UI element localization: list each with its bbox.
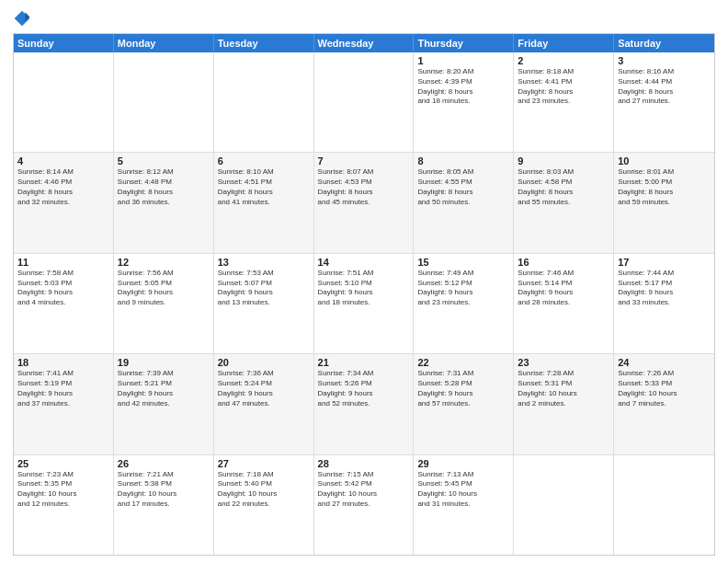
cell-info: Sunrise: 8:05 AM Sunset: 4:55 PM Dayligh… — [417, 167, 509, 207]
calendar-cell: 25Sunrise: 7:23 AM Sunset: 5:35 PM Dayli… — [14, 455, 114, 555]
page: SundayMondayTuesdayWednesdayThursdayFrid… — [0, 0, 728, 563]
cell-info: Sunrise: 7:23 AM Sunset: 5:35 PM Dayligh… — [17, 470, 109, 510]
day-number: 18 — [17, 357, 109, 368]
logo-icon — [13, 9, 31, 28]
day-number: 2 — [518, 55, 609, 66]
day-number: 11 — [17, 257, 109, 268]
day-number: 14 — [318, 257, 410, 268]
calendar-cell: 28Sunrise: 7:15 AM Sunset: 5:42 PM Dayli… — [314, 455, 415, 555]
day-number: 27 — [218, 458, 310, 469]
cell-info: Sunrise: 7:53 AM Sunset: 5:07 PM Dayligh… — [218, 269, 310, 308]
calendar-row-2: 4Sunrise: 8:14 AM Sunset: 4:46 PM Daylig… — [14, 153, 714, 253]
day-number: 19 — [118, 357, 210, 368]
calendar-cell: 4Sunrise: 8:14 AM Sunset: 4:46 PM Daylig… — [14, 153, 114, 252]
calendar-cell: 8Sunrise: 8:05 AM Sunset: 4:55 PM Daylig… — [414, 153, 514, 252]
cell-info: Sunrise: 7:26 AM Sunset: 5:33 PM Dayligh… — [618, 369, 711, 408]
day-number: 4 — [17, 155, 109, 167]
day-number: 16 — [518, 257, 609, 268]
day-number: 6 — [218, 155, 310, 167]
day-number: 17 — [618, 257, 711, 268]
calendar-cell — [514, 455, 614, 555]
header-cell-wednesday: Wednesday — [314, 34, 415, 52]
day-number: 7 — [318, 155, 410, 167]
cell-info: Sunrise: 7:15 AM Sunset: 5:42 PM Dayligh… — [318, 470, 410, 510]
cell-info: Sunrise: 8:18 AM Sunset: 4:41 PM Dayligh… — [518, 67, 609, 107]
day-number: 28 — [318, 458, 410, 469]
calendar-cell: 19Sunrise: 7:39 AM Sunset: 5:21 PM Dayli… — [114, 354, 214, 454]
logo — [13, 9, 33, 28]
cell-info: Sunrise: 7:13 AM Sunset: 5:45 PM Dayligh… — [417, 470, 509, 510]
calendar-cell — [614, 455, 714, 555]
calendar-cell: 10Sunrise: 8:01 AM Sunset: 5:00 PM Dayli… — [614, 153, 714, 252]
day-number: 8 — [417, 155, 509, 167]
day-number: 21 — [318, 357, 410, 368]
day-number: 23 — [518, 357, 609, 368]
calendar-cell — [214, 52, 314, 152]
calendar-cell: 16Sunrise: 7:46 AM Sunset: 5:14 PM Dayli… — [514, 254, 614, 353]
day-number: 12 — [118, 257, 210, 268]
day-number: 5 — [118, 155, 210, 167]
cell-info: Sunrise: 8:10 AM Sunset: 4:51 PM Dayligh… — [218, 167, 310, 207]
calendar-cell: 29Sunrise: 7:13 AM Sunset: 5:45 PM Dayli… — [414, 455, 514, 555]
header-cell-saturday: Saturday — [614, 34, 714, 52]
cell-info: Sunrise: 7:36 AM Sunset: 5:24 PM Dayligh… — [218, 369, 310, 408]
calendar-cell: 9Sunrise: 8:03 AM Sunset: 4:58 PM Daylig… — [514, 153, 614, 252]
day-number: 15 — [417, 257, 509, 268]
calendar-cell: 5Sunrise: 8:12 AM Sunset: 4:48 PM Daylig… — [114, 153, 214, 252]
calendar-cell: 13Sunrise: 7:53 AM Sunset: 5:07 PM Dayli… — [214, 254, 314, 353]
calendar-cell: 18Sunrise: 7:41 AM Sunset: 5:19 PM Dayli… — [14, 354, 114, 454]
calendar-cell: 11Sunrise: 7:58 AM Sunset: 5:03 PM Dayli… — [14, 254, 114, 353]
cell-info: Sunrise: 8:12 AM Sunset: 4:48 PM Dayligh… — [118, 167, 210, 207]
calendar-row-5: 25Sunrise: 7:23 AM Sunset: 5:35 PM Dayli… — [14, 455, 714, 555]
header-cell-sunday: Sunday — [14, 34, 114, 52]
day-number: 13 — [218, 257, 310, 268]
calendar-cell: 3Sunrise: 8:16 AM Sunset: 4:44 PM Daylig… — [614, 52, 714, 152]
calendar-cell: 15Sunrise: 7:49 AM Sunset: 5:12 PM Dayli… — [414, 254, 514, 353]
day-number: 24 — [618, 357, 711, 368]
cell-info: Sunrise: 7:49 AM Sunset: 5:12 PM Dayligh… — [417, 269, 509, 308]
cell-info: Sunrise: 7:56 AM Sunset: 5:05 PM Dayligh… — [118, 269, 210, 308]
day-number: 3 — [618, 55, 711, 66]
calendar-cell: 22Sunrise: 7:31 AM Sunset: 5:28 PM Dayli… — [414, 354, 514, 454]
day-number: 1 — [417, 55, 509, 66]
header-cell-tuesday: Tuesday — [214, 34, 314, 52]
cell-info: Sunrise: 7:51 AM Sunset: 5:10 PM Dayligh… — [318, 269, 410, 308]
header-cell-monday: Monday — [114, 34, 214, 52]
cell-info: Sunrise: 8:01 AM Sunset: 5:00 PM Dayligh… — [618, 167, 711, 207]
day-number: 22 — [417, 357, 509, 368]
cell-info: Sunrise: 7:31 AM Sunset: 5:28 PM Dayligh… — [417, 369, 509, 408]
cell-info: Sunrise: 7:41 AM Sunset: 5:19 PM Dayligh… — [17, 369, 109, 408]
calendar-cell: 12Sunrise: 7:56 AM Sunset: 5:05 PM Dayli… — [114, 254, 214, 353]
day-number: 10 — [618, 155, 711, 167]
cell-info: Sunrise: 7:28 AM Sunset: 5:31 PM Dayligh… — [518, 369, 609, 408]
header — [13, 9, 715, 28]
calendar-cell: 7Sunrise: 8:07 AM Sunset: 4:53 PM Daylig… — [314, 153, 415, 252]
cell-info: Sunrise: 7:58 AM Sunset: 5:03 PM Dayligh… — [17, 269, 109, 308]
calendar-cell: 1Sunrise: 8:20 AM Sunset: 4:39 PM Daylig… — [414, 52, 514, 152]
day-number: 20 — [218, 357, 310, 368]
calendar-cell: 17Sunrise: 7:44 AM Sunset: 5:17 PM Dayli… — [614, 254, 714, 353]
cell-info: Sunrise: 8:14 AM Sunset: 4:46 PM Dayligh… — [17, 167, 109, 207]
day-number: 25 — [17, 458, 109, 469]
day-number: 26 — [118, 458, 210, 469]
cell-info: Sunrise: 7:44 AM Sunset: 5:17 PM Dayligh… — [618, 269, 711, 308]
calendar-cell: 24Sunrise: 7:26 AM Sunset: 5:33 PM Dayli… — [614, 354, 714, 454]
calendar-cell: 20Sunrise: 7:36 AM Sunset: 5:24 PM Dayli… — [214, 354, 314, 454]
day-number: 29 — [417, 458, 509, 469]
cell-info: Sunrise: 7:18 AM Sunset: 5:40 PM Dayligh… — [218, 470, 310, 510]
cell-info: Sunrise: 8:20 AM Sunset: 4:39 PM Dayligh… — [417, 67, 509, 107]
calendar-cell: 14Sunrise: 7:51 AM Sunset: 5:10 PM Dayli… — [314, 254, 415, 353]
header-cell-thursday: Thursday — [414, 34, 514, 52]
cell-info: Sunrise: 7:39 AM Sunset: 5:21 PM Dayligh… — [118, 369, 210, 408]
calendar-cell — [114, 52, 214, 152]
day-number: 9 — [518, 155, 609, 167]
calendar-row-1: 1Sunrise: 8:20 AM Sunset: 4:39 PM Daylig… — [14, 52, 714, 153]
calendar-cell — [314, 52, 415, 152]
cell-info: Sunrise: 7:46 AM Sunset: 5:14 PM Dayligh… — [518, 269, 609, 308]
cell-info: Sunrise: 8:16 AM Sunset: 4:44 PM Dayligh… — [618, 67, 711, 107]
cell-info: Sunrise: 8:07 AM Sunset: 4:53 PM Dayligh… — [318, 167, 410, 207]
calendar: SundayMondayTuesdayWednesdayThursdayFrid… — [13, 33, 715, 556]
calendar-row-4: 18Sunrise: 7:41 AM Sunset: 5:19 PM Dayli… — [14, 354, 714, 454]
calendar-cell: 2Sunrise: 8:18 AM Sunset: 4:41 PM Daylig… — [514, 52, 614, 152]
calendar-cell: 21Sunrise: 7:34 AM Sunset: 5:26 PM Dayli… — [314, 354, 415, 454]
